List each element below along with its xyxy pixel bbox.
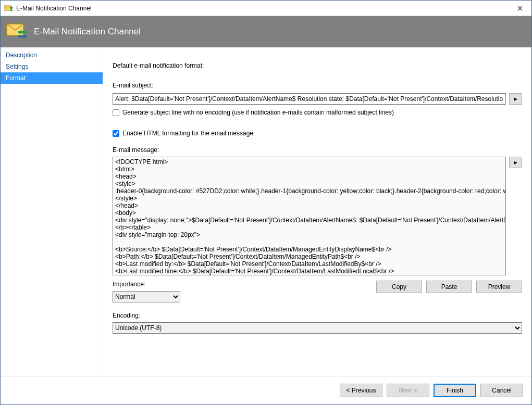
importance-label: Importance: [113,281,217,288]
html-format-checkbox[interactable] [113,130,119,137]
window-title: E-Mail Notification Channel [16,5,508,12]
banner-title: E-Mail Notification Channel [34,27,141,37]
footer: < Previous Next > Finish Cancel [1,376,531,404]
titlebar: E-Mail Notification Channel [1,1,531,16]
subject-insert-button[interactable]: ▶ [509,93,522,105]
close-icon [517,4,523,12]
sidebar: Description Settings Format [1,47,103,376]
preview-button[interactable]: Preview [476,281,522,293]
encoding-select[interactable]: Unicode (UTF-8) [113,322,522,334]
banner-icon [6,22,29,42]
finish-button[interactable]: Finish [434,384,476,397]
svg-marker-3 [23,34,27,39]
sidebar-item-description[interactable]: Description [1,49,103,61]
sidebar-item-settings[interactable]: Settings [1,61,103,72]
importance-select[interactable]: Normal [113,291,180,302]
copy-button[interactable]: Copy [376,281,422,293]
no-encoding-label[interactable]: Generate subject line with no encoding (… [122,109,394,116]
encoding-label: Encoding: [113,312,522,319]
subject-input[interactable] [113,93,506,105]
next-button: Next > [387,384,429,397]
arrow-right-icon: ▶ [514,160,517,165]
dialog-window: E-Mail Notification Channel E-Mail Notif… [0,0,532,405]
sidebar-item-label: Format [6,74,26,82]
previous-button[interactable]: < Previous [340,384,382,397]
main-panel: Default e-mail notification format: E-ma… [103,47,531,376]
sidebar-item-label: Description [6,52,37,59]
paste-button[interactable]: Paste [426,281,472,293]
arrow-right-icon: ▶ [514,96,517,102]
intro-label: Default e-mail notification format: [113,62,522,69]
close-button[interactable] [508,1,531,16]
dialog-body: Description Settings Format Default e-ma… [1,47,531,376]
message-label: E-mail message: [113,146,522,154]
sidebar-item-format[interactable]: Format [1,72,103,84]
message-insert-button[interactable]: ▶ [509,157,522,168]
message-textarea[interactable] [113,157,506,275]
subject-label: E-mail subject: [113,82,522,89]
banner: E-Mail Notification Channel [1,16,531,47]
html-format-label[interactable]: Enable HTML formatting for the email mes… [122,130,253,137]
sidebar-item-label: Settings [6,63,28,70]
no-encoding-checkbox[interactable] [113,109,119,116]
cancel-button[interactable]: Cancel [480,384,523,397]
app-icon [4,4,13,13]
